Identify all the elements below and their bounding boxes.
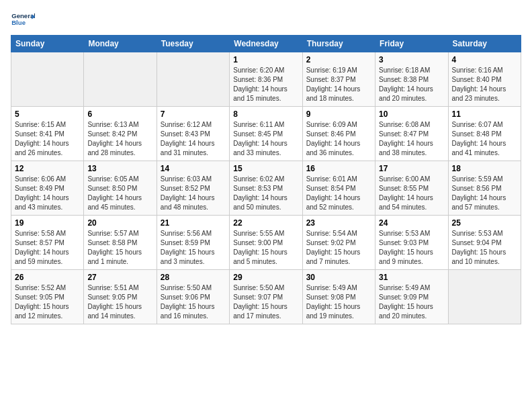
day-number: 10	[379, 109, 444, 119]
weekday-header: Monday	[84, 36, 157, 52]
calendar-cell: 10Sunrise: 6:08 AM Sunset: 8:47 PM Dayli…	[375, 107, 448, 161]
calendar-cell: 16Sunrise: 6:01 AM Sunset: 8:54 PM Dayli…	[302, 161, 375, 216]
day-info: Sunrise: 5:52 AM Sunset: 9:05 PM Dayligh…	[15, 283, 80, 321]
day-number: 6	[87, 109, 152, 119]
day-info: Sunrise: 5:57 AM Sunset: 8:58 PM Dayligh…	[87, 229, 152, 267]
day-info: Sunrise: 6:20 AM Sunset: 8:36 PM Dayligh…	[233, 66, 298, 103]
weekday-header: Wednesday	[230, 36, 302, 52]
calendar-cell: 7Sunrise: 6:12 AM Sunset: 8:43 PM Daylig…	[157, 107, 229, 161]
day-info: Sunrise: 6:02 AM Sunset: 8:53 PM Dayligh…	[233, 175, 298, 212]
svg-text:Blue: Blue	[11, 19, 26, 26]
day-info: Sunrise: 6:08 AM Sunset: 8:47 PM Dayligh…	[379, 120, 444, 158]
calendar-cell: 26Sunrise: 5:52 AM Sunset: 9:05 PM Dayli…	[11, 270, 84, 324]
day-number: 16	[306, 164, 371, 173]
day-info: Sunrise: 6:09 AM Sunset: 8:46 PM Dayligh…	[306, 120, 371, 158]
day-number: 30	[306, 273, 371, 282]
day-number: 18	[452, 164, 517, 173]
day-number: 11	[452, 109, 517, 119]
calendar-cell: 20Sunrise: 5:57 AM Sunset: 8:58 PM Dayli…	[84, 216, 157, 270]
calendar-cell: 19Sunrise: 5:58 AM Sunset: 8:57 PM Dayli…	[11, 216, 84, 270]
calendar-cell: 14Sunrise: 6:03 AM Sunset: 8:52 PM Dayli…	[157, 161, 229, 216]
calendar-cell: 30Sunrise: 5:49 AM Sunset: 9:08 PM Dayli…	[302, 270, 375, 324]
day-number: 24	[379, 218, 444, 228]
day-number: 29	[233, 273, 298, 282]
calendar-header-row: SundayMondayTuesdayWednesdayThursdayFrid…	[11, 36, 521, 52]
page-header: General Blue	[11, 11, 521, 30]
weekday-header: Sunday	[11, 36, 84, 52]
calendar-cell: 18Sunrise: 5:59 AM Sunset: 8:56 PM Dayli…	[448, 161, 521, 216]
day-number: 7	[161, 109, 226, 119]
calendar-cell	[11, 52, 84, 107]
calendar-cell: 4Sunrise: 6:16 AM Sunset: 8:40 PM Daylig…	[448, 52, 521, 107]
day-info: Sunrise: 6:01 AM Sunset: 8:54 PM Dayligh…	[306, 175, 371, 212]
calendar-cell: 3Sunrise: 6:18 AM Sunset: 8:38 PM Daylig…	[375, 52, 448, 107]
calendar-cell: 21Sunrise: 5:56 AM Sunset: 8:59 PM Dayli…	[157, 216, 229, 270]
calendar-cell: 12Sunrise: 6:06 AM Sunset: 8:49 PM Dayli…	[11, 161, 84, 216]
calendar-week-row: 12Sunrise: 6:06 AM Sunset: 8:49 PM Dayli…	[11, 161, 521, 216]
calendar-cell: 24Sunrise: 5:53 AM Sunset: 9:03 PM Dayli…	[375, 216, 448, 270]
calendar-cell: 31Sunrise: 5:49 AM Sunset: 9:09 PM Dayli…	[375, 270, 448, 324]
day-number: 13	[87, 164, 152, 173]
day-info: Sunrise: 5:49 AM Sunset: 9:09 PM Dayligh…	[379, 283, 444, 321]
weekday-header: Thursday	[302, 36, 375, 52]
day-number: 17	[379, 164, 444, 173]
calendar-cell: 25Sunrise: 5:53 AM Sunset: 9:04 PM Dayli…	[448, 216, 521, 270]
day-info: Sunrise: 6:05 AM Sunset: 8:50 PM Dayligh…	[87, 175, 152, 212]
day-info: Sunrise: 6:03 AM Sunset: 8:52 PM Dayligh…	[161, 175, 226, 212]
calendar-cell: 9Sunrise: 6:09 AM Sunset: 8:46 PM Daylig…	[302, 107, 375, 161]
calendar-cell: 27Sunrise: 5:51 AM Sunset: 9:05 PM Dayli…	[84, 270, 157, 324]
day-number: 8	[233, 109, 298, 119]
day-info: Sunrise: 6:15 AM Sunset: 8:41 PM Dayligh…	[15, 120, 80, 158]
day-number: 5	[15, 109, 80, 119]
calendar-cell: 23Sunrise: 5:54 AM Sunset: 9:02 PM Dayli…	[302, 216, 375, 270]
logo: General Blue	[11, 11, 35, 30]
calendar-cell: 1Sunrise: 6:20 AM Sunset: 8:36 PM Daylig…	[230, 52, 302, 107]
day-info: Sunrise: 6:06 AM Sunset: 8:49 PM Dayligh…	[15, 175, 80, 212]
calendar-cell: 13Sunrise: 6:05 AM Sunset: 8:50 PM Dayli…	[84, 161, 157, 216]
weekday-header: Tuesday	[157, 36, 229, 52]
day-number: 9	[306, 109, 371, 119]
day-number: 28	[161, 273, 226, 282]
day-info: Sunrise: 5:49 AM Sunset: 9:08 PM Dayligh…	[306, 283, 371, 321]
day-info: Sunrise: 5:53 AM Sunset: 9:04 PM Dayligh…	[452, 229, 517, 267]
day-number: 2	[306, 55, 371, 64]
day-info: Sunrise: 5:54 AM Sunset: 9:02 PM Dayligh…	[306, 229, 371, 267]
calendar-cell: 17Sunrise: 6:00 AM Sunset: 8:55 PM Dayli…	[375, 161, 448, 216]
calendar-cell	[157, 52, 229, 107]
day-number: 20	[87, 218, 152, 228]
day-info: Sunrise: 5:53 AM Sunset: 9:03 PM Dayligh…	[379, 229, 444, 267]
day-info: Sunrise: 6:16 AM Sunset: 8:40 PM Dayligh…	[452, 66, 517, 103]
calendar-cell: 5Sunrise: 6:15 AM Sunset: 8:41 PM Daylig…	[11, 107, 84, 161]
calendar-cell: 15Sunrise: 6:02 AM Sunset: 8:53 PM Dayli…	[230, 161, 302, 216]
calendar-cell: 22Sunrise: 5:55 AM Sunset: 9:00 PM Dayli…	[230, 216, 302, 270]
day-info: Sunrise: 6:00 AM Sunset: 8:55 PM Dayligh…	[379, 175, 444, 212]
day-number: 12	[15, 164, 80, 173]
day-info: Sunrise: 5:58 AM Sunset: 8:57 PM Dayligh…	[15, 229, 80, 267]
day-number: 23	[306, 218, 371, 228]
day-number: 27	[87, 273, 152, 282]
calendar-cell: 6Sunrise: 6:13 AM Sunset: 8:42 PM Daylig…	[84, 107, 157, 161]
day-info: Sunrise: 5:51 AM Sunset: 9:05 PM Dayligh…	[87, 283, 152, 321]
day-info: Sunrise: 6:18 AM Sunset: 8:38 PM Dayligh…	[379, 66, 444, 103]
day-info: Sunrise: 5:59 AM Sunset: 8:56 PM Dayligh…	[452, 175, 517, 212]
calendar-week-row: 1Sunrise: 6:20 AM Sunset: 8:36 PM Daylig…	[11, 52, 521, 107]
calendar-cell: 8Sunrise: 6:11 AM Sunset: 8:45 PM Daylig…	[230, 107, 302, 161]
logo-icon: General Blue	[11, 11, 35, 30]
calendar-cell: 28Sunrise: 5:50 AM Sunset: 9:06 PM Dayli…	[157, 270, 229, 324]
day-number: 25	[452, 218, 517, 228]
day-number: 31	[379, 273, 444, 282]
day-info: Sunrise: 6:12 AM Sunset: 8:43 PM Dayligh…	[161, 120, 226, 158]
day-number: 14	[161, 164, 226, 173]
weekday-header: Saturday	[448, 36, 521, 52]
day-number: 1	[233, 55, 298, 64]
calendar-week-row: 5Sunrise: 6:15 AM Sunset: 8:41 PM Daylig…	[11, 107, 521, 161]
calendar-week-row: 26Sunrise: 5:52 AM Sunset: 9:05 PM Dayli…	[11, 270, 521, 324]
day-number: 19	[15, 218, 80, 228]
day-number: 26	[15, 273, 80, 282]
day-info: Sunrise: 5:55 AM Sunset: 9:00 PM Dayligh…	[233, 229, 298, 267]
day-number: 4	[452, 55, 517, 64]
day-number: 3	[379, 55, 444, 64]
calendar-cell	[448, 270, 521, 324]
calendar-cell	[84, 52, 157, 107]
day-info: Sunrise: 6:11 AM Sunset: 8:45 PM Dayligh…	[233, 120, 298, 158]
